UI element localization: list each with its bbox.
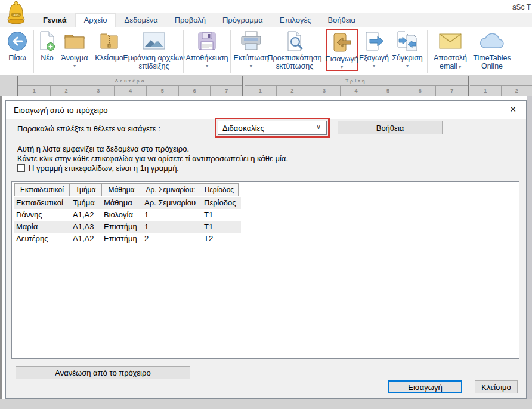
period-cell: 2 (51, 86, 83, 96)
import-from-clipboard-dialog: Εισαγωγή από το πρόχειρο ✕ Παρακαλώ επιλ… (5, 100, 527, 399)
picture-icon (142, 29, 166, 54)
save-button[interactable]: Αποθήκευση ▾ (186, 29, 228, 69)
toolbar-label: Άνοιγμα (61, 54, 88, 62)
toolbar-separator (230, 30, 231, 73)
back-button[interactable]: Πίσω (4, 29, 31, 62)
help-button[interactable]: Βοήθεια (338, 121, 443, 134)
toolbar-label: Νέο (41, 54, 54, 62)
compare-button[interactable]: Σύγκριση ▾ (390, 29, 425, 69)
toolbar-separator (427, 30, 428, 73)
cell: Α1,Α3 (73, 222, 94, 231)
menu-tab-help[interactable]: Βοήθεια (319, 13, 364, 27)
clipboard-data-list[interactable]: Εκπαιδευτικοί Τμήμα Μάθημα Αρ. Σεμιναρίο… (11, 181, 519, 359)
menu-tab-general[interactable]: Γενικά (35, 13, 75, 27)
print-preview-button[interactable]: Προεπισκόπηση εκτύπωσης (269, 29, 320, 70)
import-button-highlighted[interactable]: Εισαγωγή ▾ (326, 29, 358, 71)
header-row-checkbox[interactable] (17, 164, 25, 172)
dropdown-caret-icon[interactable]: ▾ (341, 64, 343, 70)
close-file-button[interactable]: Κλείσιμο (91, 29, 127, 62)
period-cell: 3 (82, 86, 115, 96)
column-header-seminar[interactable]: Αρ. Σεμιναρίου: (141, 183, 200, 196)
dialog-close-icon[interactable]: ✕ (509, 104, 516, 114)
asc-timetables-window: aSc T -asc- Γενικά Αρχείο Δεδομένα Προβο… (0, 0, 532, 409)
cell: Γιάννης (16, 210, 42, 219)
column-header-period[interactable]: Περίοδος (200, 183, 239, 196)
toolbar-label: Εμφάνιση αρχείων (123, 54, 184, 62)
cell: Βιολογία (104, 210, 133, 219)
period-cell: 3 (308, 86, 341, 96)
table-row[interactable]: Γιάννης Α1,Α2 Βιολογία 1 Τ1 (14, 209, 241, 221)
refresh-from-clipboard-button[interactable]: Ανανέωση από το πρόχειρο (16, 366, 190, 379)
menu-tab-options[interactable]: Επιλογές (271, 13, 320, 27)
cell: 1 (144, 210, 149, 219)
dropdown-caret-icon[interactable]: ▾ (206, 63, 208, 69)
timetable-day-tuesday: Τρίτη 1 2 3 4 5 6 7 (245, 76, 469, 96)
toolbar-separator (183, 30, 184, 73)
chevron-down-icon: ∨ (316, 123, 321, 131)
print-button[interactable]: Εκτύπωση ▾ (233, 29, 269, 69)
cell: Μαρία (16, 222, 38, 231)
clipboard-info-line1: Αυτή η λίστα εμφανίζει τα δεδομένα στο π… (17, 144, 189, 153)
period-cell: 5 (147, 86, 179, 96)
toolbar-separator (323, 30, 323, 73)
toolbar-label: Εκτύπωση (233, 54, 268, 62)
timetable-day-third: 1 2 (470, 76, 532, 96)
export-icon (363, 29, 385, 54)
timetable-corner-cell (0, 76, 18, 96)
export-button[interactable]: Εξαγωγή ▾ (358, 29, 390, 69)
cloud-icon (479, 29, 505, 54)
cell: Τ1 (204, 210, 213, 219)
new-button[interactable]: Νέο (36, 29, 58, 62)
dropdown-caret-icon[interactable]: ▾ (406, 63, 409, 69)
table-row[interactable]: Εκπαιδευτικοί Τμήμα Μάθημα Αρ. Σεμιναρίο… (14, 197, 241, 209)
window-titlebar: aSc T (0, 0, 532, 13)
cell: Α1,Α2 (73, 210, 94, 219)
column-header-teachers[interactable]: Εκπαιδευτικοί (14, 183, 70, 196)
column-header-subject[interactable]: Μάθημα (101, 183, 141, 196)
menu-tab-schedule[interactable]: Πρόγραμμα (214, 13, 271, 27)
zip-folder-icon (98, 29, 120, 54)
cell: Μάθημα (104, 198, 132, 207)
table-row[interactable]: Λευτέρης Α1,Α2 Επιστήμη 2 Τ2 (14, 233, 241, 245)
timetable-header-strip: Δευτέρα 1 2 3 4 5 6 7 Τρίτη 1 2 3 4 5 6 … (0, 76, 532, 96)
dropdown-caret-icon[interactable]: ▾ (73, 63, 76, 69)
toolbar-label-line2: email▾ (440, 62, 461, 72)
menu-tab-data[interactable]: Δεδομένα (116, 13, 166, 27)
period-cell: 2 (502, 86, 532, 96)
menu-tab-file[interactable]: Αρχείο (75, 13, 116, 27)
period-cell: 2 (277, 86, 309, 96)
period-cell: 5 (372, 86, 404, 96)
day-name (470, 76, 532, 86)
dropdown-caret-icon[interactable]: ▾ (250, 63, 252, 69)
timetables-online-button[interactable]: TimeTables Online (471, 29, 514, 70)
table-row[interactable]: Μαρία Α1,Α3 Επιστήμη 1 Τ1 (14, 221, 241, 233)
right-margin-strip (527, 96, 532, 399)
show-demo-files-button[interactable]: Εμφάνιση αρχείων επίδειξης (127, 29, 181, 70)
import-type-dropdown[interactable]: Διδασκαλίες ∨ (218, 121, 327, 135)
toolbar-label-line2: επίδειξης (139, 62, 169, 70)
toolbar-label-line2: εκτύπωσης (276, 62, 314, 70)
dropdown-caret-icon[interactable]: ▾ (459, 64, 461, 70)
period-cell: 6 (179, 86, 211, 96)
toolbar-label: Εξαγωγή (359, 54, 389, 62)
send-email-button[interactable]: Αποστολή email▾ (430, 29, 471, 72)
asc-bell-logo-icon[interactable]: -asc- (5, 1, 27, 28)
timetable-day-monday: Δευτέρα 1 2 3 4 5 6 7 (18, 76, 243, 96)
toolbar-separator (516, 30, 516, 73)
dialog-import-button[interactable]: Εισαγωγή (388, 380, 462, 393)
menu-tab-view[interactable]: Προβολή (166, 13, 214, 27)
column-header-class[interactable]: Τμήμα (69, 183, 102, 196)
clipboard-data-rows: Εκπαιδευτικοί Τμήμα Μάθημα Αρ. Σεμιναρίο… (14, 197, 241, 245)
open-button[interactable]: Άνοιγμα ▾ (58, 29, 91, 69)
dialog-close-button[interactable]: Κλείσιμο (475, 380, 518, 393)
email-envelope-icon (438, 29, 462, 54)
cell: Αρ. Σεμιναρίου (144, 198, 196, 207)
toolbar-separator (33, 30, 34, 73)
toolbar-label: Σύγκριση (392, 54, 423, 62)
dialog-title: Εισαγωγή από το πρόχειρο (14, 106, 108, 115)
cell: Περίοδος (204, 198, 236, 207)
menu-bar: Γενικά Αρχείο Δεδομένα Προβολή Πρόγραμμα… (0, 13, 532, 27)
toolbar-label: TimeTables (473, 54, 511, 62)
period-cell: 1 (245, 86, 277, 96)
dropdown-caret-icon[interactable]: ▾ (373, 63, 375, 69)
